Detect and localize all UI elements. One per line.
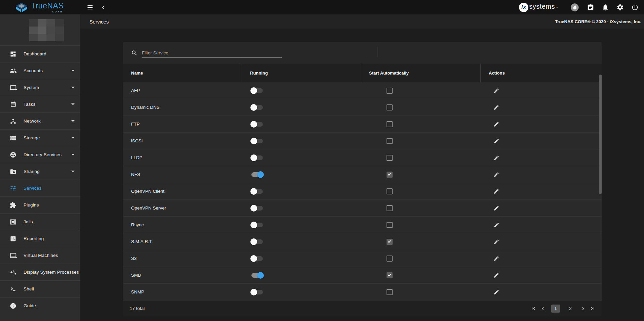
running-toggle[interactable]	[251, 139, 263, 143]
sidebar-item-virtual-machines[interactable]: Virtual Machines	[0, 247, 80, 264]
sidebar-item-plugins[interactable]: Plugins	[0, 196, 80, 213]
running-toggle[interactable]	[251, 239, 263, 244]
running-toggle[interactable]	[251, 256, 263, 261]
start-auto-checkbox[interactable]	[387, 121, 393, 127]
start-auto-checkbox[interactable]	[387, 289, 393, 295]
running-toggle[interactable]	[251, 290, 263, 294]
page-button-2[interactable]: 2	[566, 305, 575, 313]
task-manager-button[interactable]	[587, 4, 594, 11]
service-name: OpenVPN Server	[123, 205, 242, 211]
edit-button[interactable]	[492, 137, 501, 145]
bell-icon	[602, 4, 609, 11]
next-page-button[interactable]	[579, 305, 587, 312]
edit-button[interactable]	[492, 221, 501, 229]
truecommand-button[interactable]	[570, 3, 579, 12]
sidebar-nav: DashboardAccountsSystemTasksNetworkStora…	[0, 45, 80, 314]
chevron-down-icon	[71, 154, 75, 155]
edit-pencil-icon	[493, 121, 499, 127]
edit-button[interactable]	[492, 204, 501, 213]
start-auto-checkbox[interactable]	[387, 88, 393, 94]
edit-button[interactable]	[492, 153, 501, 162]
start-auto-checkbox[interactable]	[387, 272, 393, 278]
edit-button[interactable]	[492, 237, 501, 246]
start-auto-checkbox[interactable]	[387, 222, 393, 228]
edit-button[interactable]	[492, 170, 501, 179]
start-auto-checkbox[interactable]	[387, 172, 393, 178]
running-toggle[interactable]	[251, 273, 263, 278]
edit-pencil-icon	[493, 188, 499, 194]
edit-button[interactable]	[492, 103, 501, 112]
running-toggle[interactable]	[251, 122, 263, 127]
running-toggle[interactable]	[251, 105, 263, 110]
collapse-sidebar-button[interactable]	[98, 2, 108, 12]
start-auto-checkbox[interactable]	[387, 138, 393, 144]
brand-name: TrueNAS	[31, 2, 64, 10]
sidebar-item-system[interactable]: System	[0, 79, 80, 96]
toolbar-divider	[377, 47, 377, 57]
running-toggle[interactable]	[251, 172, 263, 177]
sidebar-item-network[interactable]: Network	[0, 112, 80, 129]
sidebar-item-label: Reporting	[24, 236, 44, 241]
services-table-card: Name Running Start Automatically Actions…	[123, 42, 602, 316]
table-row: S.M.A.R.T.	[123, 233, 602, 250]
start-auto-checkbox[interactable]	[387, 155, 393, 161]
sidebar-item-accounts[interactable]: Accounts	[0, 62, 80, 79]
table-scrollbar-thumb[interactable]	[599, 75, 602, 194]
last-page-button[interactable]	[589, 305, 596, 312]
start-auto-checkbox[interactable]	[387, 104, 393, 110]
notifications-button[interactable]	[602, 4, 609, 11]
sidebar-item-label: Storage	[24, 135, 40, 140]
page-button-1[interactable]: 1	[551, 305, 560, 313]
checkmark-icon	[388, 273, 392, 277]
edit-button[interactable]	[492, 187, 501, 196]
truenas-logo-icon	[15, 1, 28, 13]
start-auto-checkbox[interactable]	[387, 239, 393, 245]
running-toggle[interactable]	[251, 155, 263, 160]
sidebar-item-label: Sharing	[24, 169, 40, 174]
truenas-brand[interactable]: TrueNAS CORE	[0, 1, 80, 13]
edit-button[interactable]	[492, 254, 501, 263]
running-toggle[interactable]	[251, 223, 263, 227]
sidebar-item-storage[interactable]: Storage	[0, 129, 80, 146]
checkmark-icon	[388, 172, 392, 176]
edit-button[interactable]	[492, 271, 501, 280]
column-header-actions: Actions	[481, 64, 602, 82]
running-toggle[interactable]	[251, 206, 263, 211]
sidebar-item-jails[interactable]: Jails	[0, 213, 80, 230]
filter-service-input[interactable]	[142, 48, 282, 58]
start-auto-checkbox[interactable]	[387, 188, 393, 194]
sidebar-item-shell[interactable]: Shell	[0, 280, 80, 297]
brand-text: TrueNAS CORE	[31, 2, 64, 13]
start-auto-checkbox[interactable]	[387, 256, 393, 262]
toggle-knob	[250, 222, 257, 228]
power-button[interactable]	[631, 4, 639, 11]
sidebar-item-reporting[interactable]: Reporting	[0, 230, 80, 247]
edit-button[interactable]	[492, 120, 501, 129]
sidebar-item-label: Tasks	[24, 102, 36, 107]
previous-page-button[interactable]	[539, 305, 547, 312]
sidebar-item-label: Plugins	[24, 202, 39, 208]
service-name: Rsync	[123, 222, 242, 227]
settings-button[interactable]	[616, 4, 624, 11]
sidebar-item-directory-services[interactable]: Directory Services	[0, 146, 80, 163]
sidebar-item-tasks[interactable]: Tasks	[0, 96, 80, 112]
start-auto-checkbox[interactable]	[387, 205, 393, 211]
sidebar-item-dashboard[interactable]: Dashboard	[0, 45, 80, 62]
edit-pencil-icon	[493, 256, 499, 262]
sidebar: DashboardAccountsSystemTasksNetworkStora…	[0, 14, 80, 321]
services-icon	[9, 185, 17, 192]
first-page-button[interactable]	[530, 305, 537, 312]
sidebar-item-label: System	[24, 85, 39, 90]
running-toggle[interactable]	[251, 189, 263, 194]
edit-button[interactable]	[492, 86, 501, 95]
table-row: FTP	[123, 116, 602, 133]
sidebar-item-display-system-processes[interactable]: Display System Processes	[0, 264, 80, 280]
gear-icon	[616, 4, 624, 11]
sidebar-item-guide[interactable]: Guide	[0, 297, 80, 314]
sidebar-item-services[interactable]: Services	[0, 180, 80, 196]
sidebar-item-sharing[interactable]: Sharing	[0, 163, 80, 180]
edit-button[interactable]	[492, 288, 501, 296]
hamburger-menu-button[interactable]	[85, 2, 95, 13]
toggle-knob	[250, 104, 257, 111]
running-toggle[interactable]	[251, 88, 263, 93]
